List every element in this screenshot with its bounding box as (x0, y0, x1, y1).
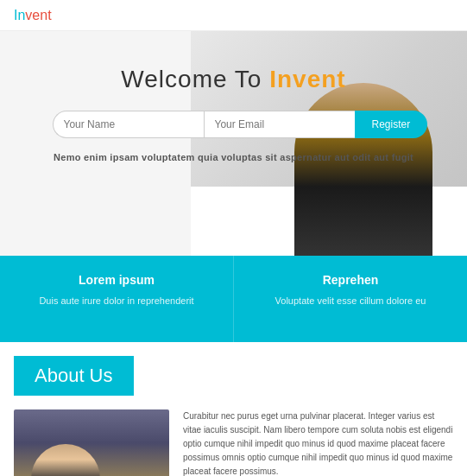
about-image (14, 409, 169, 476)
teal-col-left: Lorem ipsum Duis aute irure dolor in rep… (0, 256, 234, 342)
registration-form: Register (53, 111, 415, 138)
hero-desk-element (191, 187, 467, 256)
hero-title-accent: Invent (269, 66, 345, 92)
about-header-label: About Us (14, 356, 134, 396)
teal-left-title: Lorem ipsum (17, 273, 216, 287)
teal-left-text: Duis aute irure dolor in reprehenderit (17, 294, 216, 308)
logo: Invent (14, 8, 52, 23)
name-input[interactable] (53, 111, 204, 138)
hero-section: Welcome To Invent Register Nemo enim ips… (0, 31, 467, 256)
hero-content: Welcome To Invent Register Nemo enim ips… (0, 31, 467, 180)
register-button[interactable]: Register (355, 111, 428, 138)
about-section: About Us Curabitur nec purus eget urna p… (0, 342, 467, 476)
teal-col-right: Reprehen Voluptate velit esse cillum dol… (234, 256, 467, 342)
logo-vent: vent (25, 8, 51, 22)
hero-title-before: Welcome To (121, 66, 269, 92)
about-body-text: Curabitur nec purus eget urna pulvinar p… (183, 409, 453, 476)
hero-title: Welcome To Invent (17, 66, 450, 93)
email-input[interactable] (204, 111, 355, 138)
teal-right-text: Voluptate velit esse cillum dolore eu (251, 294, 450, 308)
about-header-block: About Us (0, 342, 467, 409)
about-content: Curabitur nec purus eget urna pulvinar p… (0, 409, 467, 476)
hero-subtitle: Nemo enim ipsam voluptatem quia voluptas… (17, 152, 450, 162)
logo-in: In (14, 8, 25, 22)
teal-banner: Lorem ipsum Duis aute irure dolor in rep… (0, 256, 467, 342)
header: Invent (0, 0, 467, 31)
about-title: About Us (35, 365, 113, 386)
teal-right-title: Reprehen (251, 273, 450, 287)
